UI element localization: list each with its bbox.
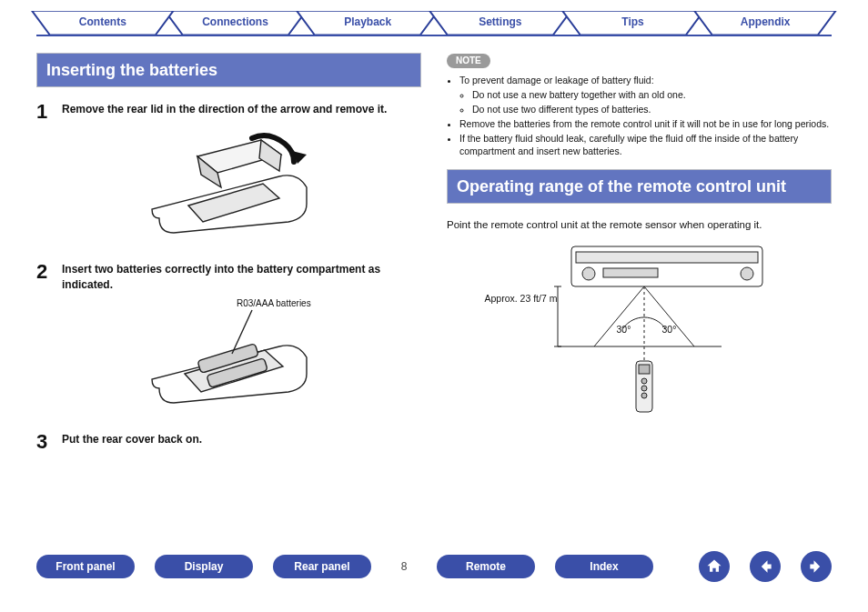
svg-line-12 [644,286,694,346]
home-icon[interactable] [699,551,730,582]
svg-point-17 [641,378,647,384]
tab-appendix[interactable]: Appendix [691,11,839,35]
note-item: To prevent damage or leakage of battery … [459,74,832,86]
tab-playback[interactable]: Playback [294,11,441,35]
forward-icon[interactable] [801,551,832,582]
svg-point-5 [582,267,595,280]
back-icon[interactable] [750,551,781,582]
svg-rect-4 [576,252,758,263]
heading-operating-range: Operating range of the remote control un… [447,169,832,204]
svg-point-7 [741,267,753,280]
button-front-panel[interactable]: Front panel [36,555,135,578]
figure-insert-batteries: R03/AAA batteries [36,301,421,414]
top-tab-bar: Contents Connections Playback Settings T… [0,0,868,35]
step-1-number: 1 [36,102,62,122]
note-subitem: Do not use two different types of batter… [472,103,832,115]
operating-range-intro: Point the remote control unit at the rem… [447,218,832,233]
note-label: NOTE [447,54,490,68]
note-item: Remove the batteries from the remote con… [459,117,832,130]
right-column: NOTE To prevent damage or leakage of bat… [447,53,832,546]
tab-tips[interactable]: Tips [560,11,707,35]
tab-connections[interactable]: Connections [162,11,309,35]
svg-rect-6 [603,268,658,277]
button-remote[interactable]: Remote [437,555,535,578]
figure-operating-range: Approx. 23 ft/7 m 30° 30° [485,241,794,423]
step-1-text: Remove the rear lid in the direction of … [62,102,421,122]
svg-rect-16 [639,365,650,374]
svg-point-18 [641,386,647,391]
button-display[interactable]: Display [155,555,253,578]
page-number: 8 [391,559,417,574]
tab-contents[interactable]: Contents [29,11,177,35]
step-3-number: 3 [36,432,62,452]
step-3-text: Put the rear cover back on. [62,432,421,452]
svg-line-11 [594,286,644,346]
step-2: 2 Insert two batteries correctly into th… [36,262,421,291]
angle-right-label: 30° [662,323,677,336]
step-3: 3 Put the rear cover back on. [36,432,421,452]
tab-settings[interactable]: Settings [427,11,574,35]
svg-point-19 [641,393,647,398]
button-rear-panel[interactable]: Rear panel [273,555,371,578]
note-item: If the battery fluid should leak, carefu… [459,132,832,157]
angle-left-label: 30° [617,323,631,336]
note-subitem: Do not use a new battery together with a… [472,88,832,101]
step-2-number: 2 [36,262,62,291]
note-list: To prevent damage or leakage of battery … [447,74,832,158]
battery-spec-label: R03/AAA batteries [237,297,311,310]
step-1: 1 Remove the rear lid in the direction o… [36,102,421,122]
step-2-text: Insert two batteries correctly into the … [62,262,421,291]
button-index[interactable]: Index [555,555,653,578]
left-column: Inserting the batteries 1 Remove the rea… [36,53,421,546]
figure-remove-lid [36,131,421,244]
heading-inserting-batteries: Inserting the batteries [36,53,421,87]
bottom-bar: Front panel Display Rear panel 8 Remote … [0,546,868,587]
main-content: Inserting the batteries 1 Remove the rea… [0,36,868,546]
range-distance-label: Approx. 23 ft/7 m [485,292,558,305]
